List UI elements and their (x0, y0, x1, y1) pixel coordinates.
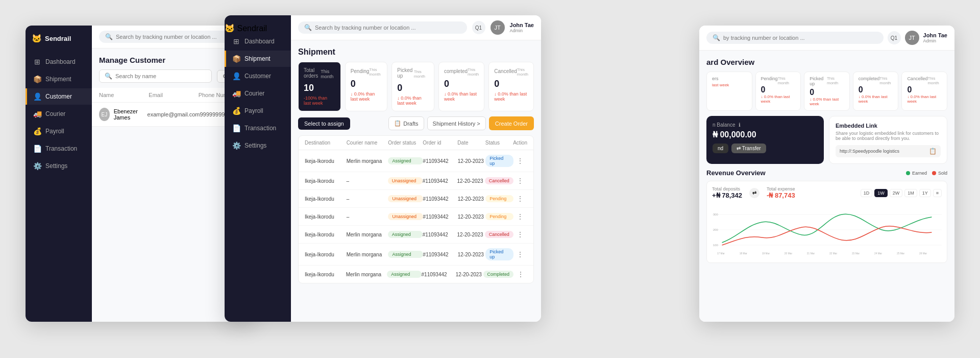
shipment-table: Destination Courier name Order status Or… (298, 135, 534, 283)
stat-value: 0 (397, 83, 429, 93)
sidebar-item-settings[interactable]: ⚙️ Settings (26, 158, 92, 174)
transfer-button[interactable]: ⇄ Transfer (731, 144, 766, 153)
balance-currency: ₦ (713, 130, 718, 139)
user-name: John Tae (510, 22, 534, 28)
time-btn-1w[interactable]: 1W (874, 189, 888, 197)
col-order-id: Order id (423, 140, 457, 146)
cell-status: Completed (483, 271, 514, 278)
cell-order-id: #11093442 (423, 158, 458, 164)
stat-sub: ↓ 0.0% than last week (397, 96, 429, 106)
sidebar-item-courier[interactable]: 🚚 Courier (225, 85, 291, 102)
deposits-value: +₦ 78,342 (712, 192, 742, 199)
cell-courier: Merlin morgana (346, 272, 387, 277)
stat-label: completed (859, 76, 880, 84)
sidebar-item-settings[interactable]: ⚙️ Settings (225, 137, 291, 154)
sidebar-item-transaction[interactable]: 📄 Transaction (26, 140, 92, 157)
middle-sidebar: 🐱 Sendrail ⊞ Dashboard 📦 Shipment 👤 Cust… (225, 15, 291, 322)
select-assign-button[interactable]: Select to assign (298, 117, 350, 130)
cell-order-id: #11093442 (423, 252, 458, 257)
user-role: Admin (510, 28, 534, 33)
swap-icon: ⇄ (749, 188, 760, 198)
notification-badge[interactable]: Q1 (472, 21, 485, 34)
right-search-input[interactable] (723, 35, 877, 41)
sidebar-item-payroll[interactable]: 💰 Payroll (26, 123, 92, 139)
transaction-icon: 📄 (33, 145, 41, 153)
svg-text:24 Mar: 24 Mar (874, 252, 883, 255)
sidebar-item-label: Courier (244, 90, 264, 97)
time-btn-grid[interactable]: ≡ (933, 189, 942, 197)
sidebar-item-label: Settings (45, 162, 67, 170)
sidebar-item-label: Customer (45, 93, 72, 100)
svg-text:300: 300 (713, 213, 718, 216)
right-notification-badge[interactable]: Q1 (888, 31, 901, 44)
drafts-button[interactable]: 📋 Drafts (388, 116, 424, 130)
sidebar-item-payroll[interactable]: 💰 Payroll (225, 103, 291, 119)
stat-value: 0 (810, 88, 844, 97)
middle-page-title: Shipment (291, 40, 541, 62)
sidebar-item-dashboard[interactable]: ⊞ Dashboard (26, 54, 92, 70)
sidebar-item-label: Shipment (244, 55, 271, 62)
sidebar-item-customer[interactable]: 👤 Customer (26, 88, 92, 105)
stat-label: Pending (761, 76, 778, 84)
transfer-label: Transfer (742, 146, 761, 151)
sidebar-item-shipment[interactable]: 📦 Shipment (225, 51, 291, 67)
total-deposits: Total deposits +₦ 78,342 (712, 186, 742, 199)
middle-search-input[interactable] (315, 25, 461, 31)
table-row: Ikeja-Ikorodu – Unassigned #11093442 12-… (299, 172, 533, 190)
stat-period: This month (517, 67, 528, 77)
time-btn-1y[interactable]: 1Y (919, 189, 931, 197)
row-actions-button[interactable]: ⋮ (513, 177, 527, 185)
cell-order-id: #11093442 (422, 272, 456, 277)
row-actions-button[interactable]: ⋮ (513, 212, 527, 221)
sidebar-item-customer[interactable]: 👤 Customer (225, 68, 291, 84)
sidebar-item-label: Dashboard (244, 38, 275, 45)
dashboard-icon: ⊞ (33, 58, 41, 66)
right-stat-picked: Picked up This month 0 ↓ 0.0% than last … (804, 71, 850, 111)
sidebar-item-transaction[interactable]: 📄 Transaction (225, 120, 291, 136)
shipment-table-header: Destination Courier name Order status Or… (299, 136, 533, 150)
col-status: Status (485, 140, 513, 146)
stat-period: This month (879, 76, 893, 85)
cell-date: 12-20-2023 (458, 158, 486, 164)
balance-value-text: 00,000.00 (720, 130, 756, 139)
sidebar-item-dashboard[interactable]: ⊞ Dashboard (225, 33, 291, 50)
middle-search-box[interactable]: 🔍 (298, 21, 467, 34)
sidebar-item-courier[interactable]: 🚚 Courier (26, 106, 92, 122)
stat-value: 0 (351, 79, 382, 89)
row-actions-button[interactable]: ⋮ (513, 157, 527, 165)
cell-dest: Ikeja-Ikorodu (305, 232, 346, 237)
drafts-label: Drafts (403, 121, 418, 127)
left-search-input[interactable] (116, 34, 242, 40)
stat-sub: ↓ 0.0% than last week (351, 91, 382, 102)
row-actions-button[interactable]: ⋮ (513, 195, 527, 203)
stat-sub: ↓ 0.0% than last week (494, 91, 528, 102)
balance-action-button[interactable]: nd (713, 144, 728, 153)
left-search-name[interactable]: 🔍 (99, 69, 212, 83)
deposits-row: Total deposits +₦ 78,342 ⇄ Total expense… (712, 186, 942, 199)
right-topbar: 🔍 Q1 JT John Tae Admin (699, 26, 954, 51)
search-name-input[interactable] (115, 73, 186, 79)
logo-icon: 🐱 (32, 34, 42, 43)
time-btn-1d[interactable]: 1D (861, 189, 873, 197)
avatar: EJ (99, 108, 110, 121)
balance-buttons: nd ⇄ Transfer (713, 144, 818, 153)
row-actions-button[interactable]: ⋮ (513, 250, 527, 258)
stat-period: This month (468, 67, 479, 77)
create-order-button[interactable]: Create Order (489, 116, 534, 130)
deposits-label: Total deposits (712, 186, 742, 192)
time-btn-1m[interactable]: 1M (904, 189, 917, 197)
stat-value: 10 (304, 83, 335, 93)
row-actions-button[interactable]: ⋮ (513, 230, 527, 238)
row-actions-button[interactable]: ⋮ (513, 270, 527, 278)
drafts-icon: 📋 (394, 120, 401, 127)
shipment-history-button[interactable]: Shipment History > (427, 116, 486, 130)
copy-link-button[interactable]: 📋 (929, 148, 937, 155)
sidebar-item-shipment[interactable]: 📦 Shipment (26, 71, 92, 87)
stat-label: Cancelled (907, 76, 927, 84)
time-btn-2w[interactable]: 2W (890, 189, 903, 197)
svg-text:18 Mar: 18 Mar (740, 252, 748, 255)
svg-text:19 Mar: 19 Mar (762, 252, 770, 255)
right-search-box[interactable]: 🔍 (706, 32, 884, 44)
customer-name-text: Ebenezer James (114, 108, 148, 121)
right-user-info: John Tae Admin (923, 32, 947, 43)
